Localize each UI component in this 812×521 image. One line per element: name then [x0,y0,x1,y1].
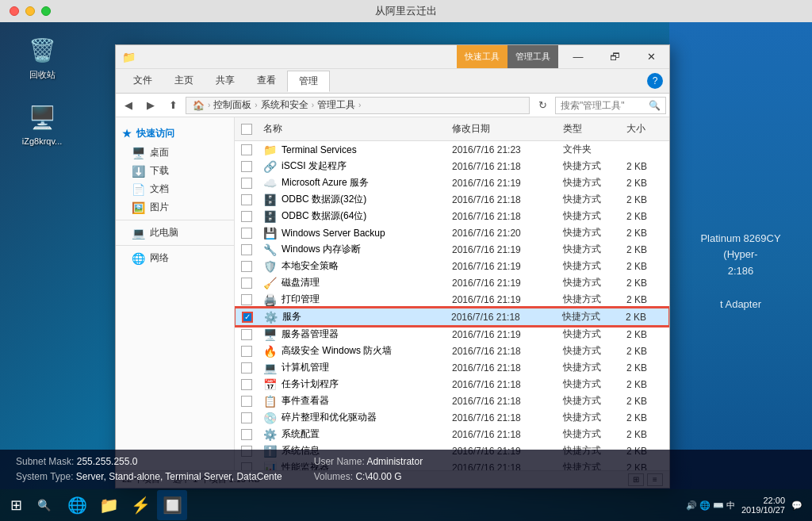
taskbar-edge-icon[interactable]: 🌐 [62,490,92,520]
desktop: 🗑️ 回收站 🖥️ iZg8krqv... Platinum 8269CY (H… [0,22,812,521]
search-box[interactable]: 🔍 [555,97,666,114]
file-name: 服务器管理器 [282,328,339,341]
file-name: 事件查看器 [282,394,329,408]
taskbar-search-button[interactable]: 🔍 [32,489,56,521]
file-row[interactable]: 📁Terminal Services2016/7/16 21:23文件夹 [235,141,669,158]
file-row[interactable]: 🔥高级安全 Windows 防火墙2016/7/16 21:18快捷方式2 KB [235,343,669,359]
file-checkbox[interactable] [241,194,252,205]
file-row[interactable]: 🔗iSCSI 发起程序2016/7/16 21:18快捷方式2 KB [235,158,669,174]
up-button[interactable]: ⬆ [163,96,182,115]
file-checkbox[interactable] [241,379,252,390]
file-checkbox[interactable] [241,161,252,172]
file-checkbox[interactable] [241,144,252,155]
col-size[interactable]: 大小 [622,121,669,137]
file-checkbox[interactable] [241,294,252,305]
file-checkbox[interactable] [241,178,252,189]
file-checkbox[interactable] [241,211,252,222]
col-type[interactable]: 类型 [558,121,622,137]
file-checkbox[interactable] [241,396,252,407]
desktop-icon-izg8[interactable]: 🖥️ iZg8krqv... [14,102,70,146]
file-name-cell: ⚙️服务 [259,310,446,324]
file-row[interactable]: 🔧Windows 内存诊断2016/7/16 21:19快捷方式2 KB [235,241,669,258]
restore-button[interactable]: 🗗 [596,45,633,69]
check-cell: ✓ [236,312,259,323]
computer-label: iZg8krqv... [22,136,63,146]
file-checkbox[interactable] [241,346,252,357]
file-row[interactable]: 💾Windows Server Backup2016/7/16 21:20快捷方… [235,224,669,241]
check-cell [235,211,259,222]
sidebar: ★ 快速访问 🖥️ 桌面 ⬇️ 下载 📄 文档 [116,117,235,470]
col-date[interactable]: 修改日期 [447,121,558,137]
sidebar-item-this-pc[interactable]: 💻 此电脑 [116,224,234,242]
sidebar-item-network[interactable]: 🌐 网络 [116,249,234,267]
file-type: 快捷方式 [558,193,622,206]
mac-window-controls[interactable] [10,6,51,16]
file-row[interactable]: 💻计算机管理2016/7/16 21:18快捷方式2 KB [235,359,669,376]
tab-view[interactable]: 查看 [246,71,287,91]
file-name: 系统配置 [282,427,320,441]
file-row[interactable]: ⚙️系统配置2016/7/16 21:18快捷方式2 KB [235,426,669,442]
header-checkbox[interactable] [241,124,252,135]
mac-maximize-button[interactable] [41,6,51,16]
mac-close-button[interactable] [10,6,19,16]
search-input[interactable] [561,100,645,111]
desktop-icon-recycle[interactable]: 🗑️ 回收站 [14,34,70,81]
back-button[interactable]: ◀ [119,96,138,115]
col-name[interactable]: 名称 [259,121,447,137]
file-row[interactable]: 📋事件查看器2016/7/16 21:18快捷方式2 KB [235,393,669,409]
file-type: 快捷方式 [558,377,622,391]
file-checkbox[interactable] [241,278,252,289]
file-checkbox[interactable] [241,412,252,423]
file-date: 2016/7/16 21:18 [447,412,558,423]
file-size: 2 KB [622,161,669,172]
help-button[interactable]: ? [647,73,663,89]
taskbar-server-manager-icon[interactable]: 🔲 [157,490,187,520]
file-row[interactable]: 📅任务计划程序2016/7/16 21:18快捷方式2 KB [235,376,669,393]
file-row[interactable]: 🗄️ODBC 数据源(64位)2016/7/16 21:18快捷方式2 KB [235,208,669,224]
close-button[interactable]: ✕ [633,45,669,69]
quick-access-header[interactable]: ★ 快速访问 [116,124,234,144]
file-checkbox[interactable] [241,362,252,374]
file-checkbox[interactable] [241,329,252,340]
file-checkbox[interactable] [241,261,252,272]
tab-share[interactable]: 共享 [205,71,246,91]
window-controls[interactable]: — 🗗 ✕ [560,45,669,69]
file-name-cell: 🖨️打印管理 [259,293,447,306]
sidebar-item-downloads[interactable]: ⬇️ 下载 [116,162,234,180]
file-row[interactable]: ✓⚙️服务2016/7/16 21:18快捷方式2 KB [235,308,669,326]
manage-tools-tab[interactable]: 管理工具 [508,45,558,68]
address-path[interactable]: 🏠 › 控制面板 › 系统和安全 › 管理工具 › [186,97,530,114]
documents-icon: 📄 [132,183,145,196]
file-type-icon: 🛡️ [263,260,277,273]
quick-tools-tab[interactable]: 快速工具 [457,45,508,68]
file-row[interactable]: 💿碎片整理和优化驱动器2016/7/16 21:18快捷方式2 KB [235,409,669,426]
file-name-cell: 📋事件查看器 [259,394,447,408]
file-row[interactable]: 🗄️ODBC 数据源(32位)2016/7/16 21:18快捷方式2 KB [235,191,669,208]
file-name: 高级安全 Windows 防火墙 [282,344,392,358]
mac-minimize-button[interactable] [25,6,35,16]
notification-icon[interactable]: 💬 [791,500,802,511]
check-cell [235,379,259,390]
file-row[interactable]: 🧹磁盘清理2016/7/16 21:19快捷方式2 KB [235,274,669,291]
file-checkbox[interactable] [241,244,252,255]
file-type-icon: 🖨️ [263,293,277,306]
tab-file[interactable]: 文件 [122,71,163,91]
taskbar-explorer-icon[interactable]: 📁 [94,490,124,520]
file-row[interactable]: 🖨️打印管理2016/7/16 21:19快捷方式2 KB [235,291,669,308]
file-checkbox[interactable] [241,228,252,239]
file-row[interactable]: 🖥️服务器管理器2016/7/16 21:19快捷方式2 KB [235,326,669,343]
forward-button[interactable]: ▶ [141,96,160,115]
tab-home[interactable]: 主页 [163,71,205,91]
sidebar-item-desktop[interactable]: 🖥️ 桌面 [116,144,234,162]
start-button[interactable]: ⊞ [0,489,32,521]
file-row[interactable]: 🛡️本地安全策略2016/7/16 21:19快捷方式2 KB [235,258,669,274]
refresh-button[interactable]: ↻ [533,96,552,115]
sidebar-item-documents[interactable]: 📄 文档 [116,180,234,198]
file-checkbox[interactable] [241,429,252,440]
taskbar-powershell-icon[interactable]: ⚡ [125,490,155,520]
file-checkbox[interactable]: ✓ [242,312,253,323]
minimize-button[interactable]: — [560,45,596,69]
sidebar-item-pictures[interactable]: 🖼️ 图片 [116,198,234,216]
tab-manage[interactable]: 管理 [287,71,330,92]
file-row[interactable]: ☁️Microsoft Azure 服务2016/7/16 21:19快捷方式2… [235,174,669,191]
